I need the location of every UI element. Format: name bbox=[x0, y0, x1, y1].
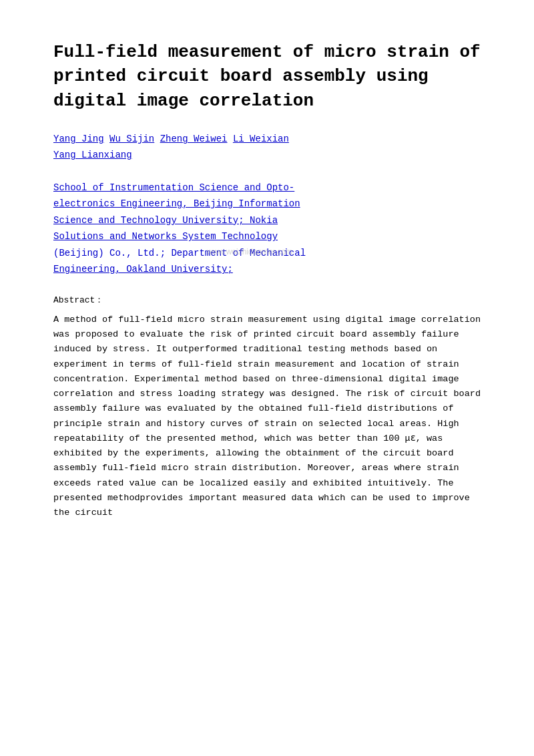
authors-section: Yang Jing Wu Sijin Zheng Weiwei Li Weixi… bbox=[53, 132, 481, 164]
author-li-weixian[interactable]: Li Weixian bbox=[233, 134, 289, 144]
author-wu-sijin[interactable]: Wu Sijin bbox=[109, 134, 154, 144]
paper-title: Full-field measurement of micro strain o… bbox=[53, 40, 481, 113]
author-yang-jing[interactable]: Yang Jing bbox=[53, 134, 104, 144]
abstract-body: A method of full-field micro strain meas… bbox=[53, 313, 481, 521]
watermark: www.weizhidanmer.com bbox=[207, 245, 292, 259]
affiliation-link[interactable]: School of Instrumentation Science and Op… bbox=[53, 182, 306, 275]
page-container: Full-field measurement of micro strain o… bbox=[53, 40, 481, 520]
author-zheng-weiwei[interactable]: Zheng Weiwei bbox=[160, 134, 228, 144]
affiliations-section: School of Instrumentation Science and Op… bbox=[53, 180, 481, 278]
abstract-label: Abstract： bbox=[53, 294, 481, 306]
author-yang-lianxiang[interactable]: Yang Lianxiang bbox=[53, 150, 132, 160]
